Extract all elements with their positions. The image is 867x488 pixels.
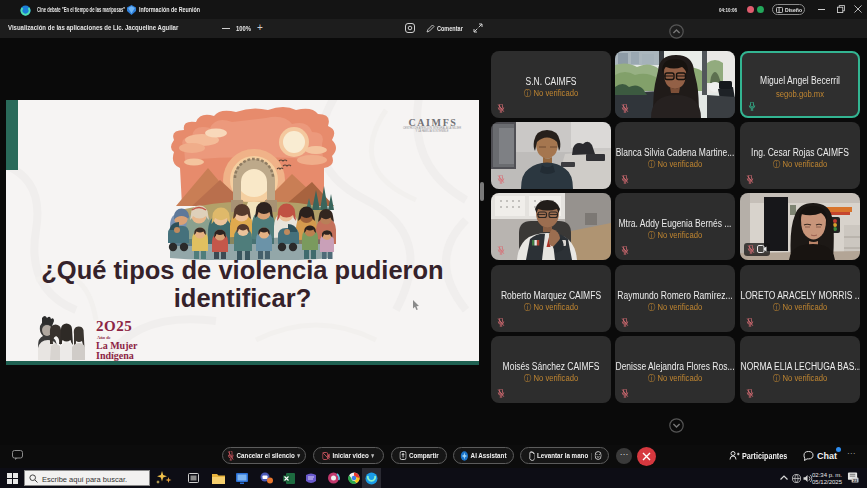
svg-text:23: 23 (853, 478, 858, 483)
